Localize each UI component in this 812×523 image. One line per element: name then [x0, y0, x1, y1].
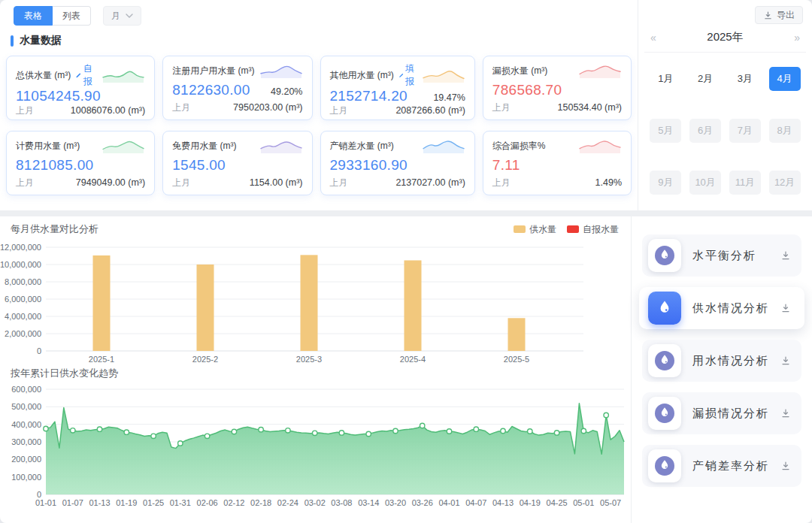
- bar-chart-title: 每月供水量对比分析: [11, 222, 98, 236]
- svg-text:04-07: 04-07: [465, 498, 486, 507]
- trend-sparkline: [259, 138, 303, 154]
- analysis-item-label: 水平衡分析: [692, 249, 756, 263]
- pencil-icon: [75, 71, 81, 80]
- tab-list[interactable]: 列表: [53, 6, 91, 26]
- data-point-marker: [151, 434, 156, 438]
- legend-label: 供水量: [529, 223, 556, 236]
- calendar-panel: 导出 « 2025年 » 1月2月3月4月5月6月7月8月9月10月11月12月: [638, 0, 812, 210]
- stat-card-header: 漏损水量 (m³): [492, 62, 622, 79]
- stat-card-footer: 上月1.49%: [492, 177, 622, 189]
- analysis-item-水平衡分析[interactable]: 水平衡分析: [642, 234, 801, 277]
- report-edit-link[interactable]: 自报: [75, 62, 97, 88]
- month-cell-2月[interactable]: 2月: [689, 67, 721, 91]
- water-drop-icon: [648, 449, 681, 482]
- tab-table[interactable]: 表格: [14, 6, 53, 26]
- legend-item-供水量[interactable]: 供水量: [514, 223, 556, 236]
- month-grid: 1月2月3月4月5月6月7月8月9月10月11月12月: [638, 53, 812, 209]
- month-cell-1月[interactable]: 1月: [650, 67, 681, 91]
- month-cell-3月[interactable]: 3月: [729, 67, 761, 91]
- view-toggle-group: 表格 列表: [14, 6, 91, 26]
- prev-year-button[interactable]: «: [647, 32, 659, 44]
- bar-供水量-2025-5: [508, 318, 526, 351]
- legend-label: 自报水量: [583, 223, 619, 236]
- stat-card-footer: 上月10086076.00 (m³): [16, 104, 145, 117]
- data-point-marker: [232, 429, 236, 434]
- svg-text:2025-3: 2025-3: [296, 355, 322, 364]
- chevron-down-icon: [126, 14, 133, 18]
- stat-card-value: 2933160.90: [330, 157, 408, 174]
- download-icon[interactable]: [780, 355, 791, 366]
- download-icon[interactable]: [780, 250, 791, 261]
- analysis-item-产销差率分析[interactable]: 产销差率分析: [642, 445, 801, 487]
- report-edit-link[interactable]: 填报: [398, 62, 417, 88]
- prev-month-value: 2087266.60 (m³): [395, 105, 465, 116]
- trend-sparkline: [102, 138, 145, 154]
- period-select[interactable]: 月: [103, 6, 141, 26]
- stat-card-value-row: 11054245.90: [16, 88, 145, 104]
- area-chart: 0100,000200,000300,000400,000500,000600,…: [0, 380, 627, 517]
- prev-month-label: 上月: [492, 101, 511, 114]
- svg-text:8,000,000: 8,000,000: [5, 277, 41, 286]
- legend-swatch: [514, 225, 526, 233]
- next-year-button[interactable]: »: [791, 32, 803, 44]
- month-cell-4月[interactable]: 4月: [769, 67, 801, 91]
- download-icon[interactable]: [780, 461, 791, 471]
- stat-card-value: 8121085.00: [16, 157, 93, 174]
- analysis-item-漏损情况分析[interactable]: 漏损情况分析: [642, 392, 801, 434]
- legend-item-自报水量[interactable]: 自报水量: [567, 223, 619, 236]
- prev-month-label: 上月: [16, 104, 34, 117]
- svg-text:300,000: 300,000: [11, 437, 41, 446]
- prev-month-label: 上月: [492, 177, 511, 189]
- stat-card-header: 其他用水量 (m³)填报: [330, 62, 465, 88]
- analysis-item-label: 漏损情况分析: [692, 407, 769, 421]
- svg-text:04-25: 04-25: [547, 498, 568, 507]
- stat-card-header: 产销差水量 (m³): [330, 138, 465, 154]
- water-drop-icon: [648, 292, 681, 325]
- data-point-marker: [286, 428, 290, 433]
- calendar-header: « 2025年 »: [644, 27, 806, 53]
- stat-card: 免费用水量 (m³)1545.00上月1154.00 (m³): [162, 131, 312, 195]
- export-button[interactable]: 导出: [755, 6, 803, 24]
- data-point-marker: [501, 428, 505, 433]
- data-point-marker: [205, 434, 209, 438]
- svg-text:01-31: 01-31: [170, 498, 191, 507]
- svg-text:4,000,000: 4,000,000: [5, 312, 41, 321]
- stat-card-footer: 上月150534.40 (m³): [492, 101, 622, 114]
- stat-card-value-row: 2152714.2019.47%: [330, 88, 465, 104]
- data-point-marker: [178, 441, 183, 446]
- trend-sparkline: [578, 62, 622, 79]
- data-point-marker: [604, 413, 608, 417]
- analysis-item-label: 产销差率分析: [692, 459, 769, 473]
- bar-chart-header: 每月供水量对比分析 供水量自报水量: [0, 222, 631, 236]
- area-chart-header: 按年累计日供水变化趋势: [0, 367, 631, 380]
- export-label: 导出: [777, 9, 795, 22]
- svg-text:2025-1: 2025-1: [89, 355, 114, 364]
- summary-panel: 表格 列表 月 水量数据 总供水量 (m³)自报11054245.90上月100…: [0, 0, 812, 210]
- stat-cards-grid: 总供水量 (m³)自报11054245.90上月10086076.00 (m³)…: [6, 56, 632, 195]
- stat-card-title: 总供水量 (m³): [16, 69, 71, 82]
- stat-card: 产销差水量 (m³)2933160.90上月2137027.00 (m³): [320, 131, 475, 195]
- svg-text:10,000,000: 10,000,000: [0, 260, 41, 269]
- svg-text:500,000: 500,000: [11, 402, 41, 411]
- svg-text:0: 0: [37, 346, 41, 355]
- month-cell-7月: 7月: [729, 119, 761, 143]
- download-icon[interactable]: [780, 408, 791, 419]
- svg-text:03-20: 03-20: [385, 498, 406, 507]
- stat-card-value-row: 8121085.00: [16, 157, 145, 174]
- svg-text:2025-5: 2025-5: [504, 355, 529, 364]
- svg-text:01-19: 01-19: [116, 498, 137, 507]
- stat-card-title: 注册用户用水量 (m³): [172, 65, 254, 77]
- toolbar: 表格 列表 月: [0, 0, 638, 26]
- svg-text:02-18: 02-18: [250, 498, 271, 507]
- download-icon[interactable]: [780, 303, 791, 313]
- svg-text:200,000: 200,000: [11, 455, 41, 464]
- bar-供水量-2025-1: [93, 255, 111, 351]
- analysis-item-供水情况分析[interactable]: 供水情况分析: [639, 287, 804, 329]
- section-title-text: 水量数据: [20, 34, 62, 47]
- report-edit-label: 填报: [405, 62, 417, 88]
- prev-month-value: 10086076.00 (m³): [71, 105, 145, 116]
- stat-card-title: 综合漏损率%: [492, 140, 546, 153]
- analysis-item-用水情况分析[interactable]: 用水情况分析: [642, 340, 801, 382]
- prev-month-value: 150534.40 (m³): [558, 102, 622, 113]
- trend-sparkline: [422, 138, 465, 154]
